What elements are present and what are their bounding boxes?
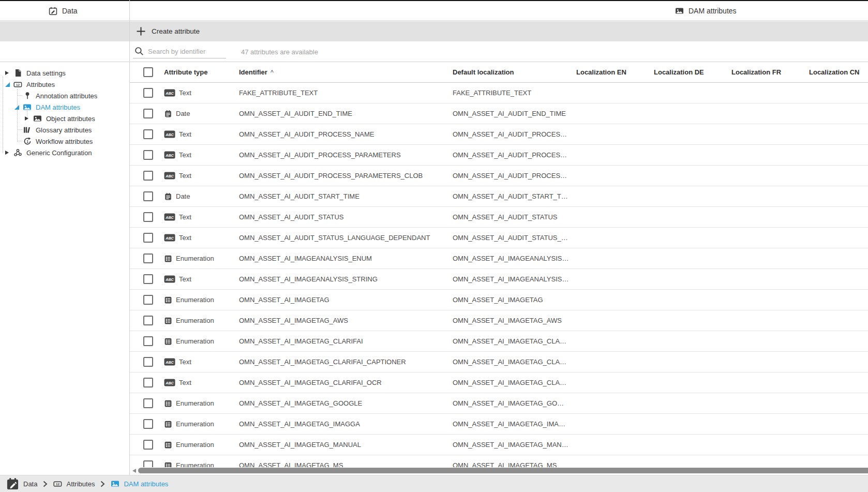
table-row[interactable]: EnumerationOMN_ASSET_AI_IMAGETAG_MSOMN_A… <box>130 455 868 467</box>
table-row[interactable]: ABCTextOMN_ASSET_AI_AUDIT_PROCESS_NAMEOM… <box>130 124 868 145</box>
row-checkbox[interactable] <box>143 150 153 160</box>
image-icon <box>675 7 684 15</box>
column-header-localization-fr[interactable]: Localization FR <box>731 68 809 76</box>
attribute-type-label: Text <box>179 275 191 283</box>
row-checkbox[interactable] <box>143 357 153 367</box>
row-checkbox[interactable] <box>143 212 153 222</box>
table-row[interactable]: ABCTextOMN_ASSET_AI_AUDIT_PROCESS_PARAME… <box>130 166 868 186</box>
module-tab-data[interactable]: Data <box>49 1 78 21</box>
row-checkbox[interactable] <box>143 460 153 467</box>
table-row[interactable]: ABCTextOMN_ASSET_AI_AUDIT_STATUS_LANGUAG… <box>130 228 868 248</box>
column-header-localization-de[interactable]: Localization DE <box>654 68 731 76</box>
attribute-type-label: Date <box>176 192 190 200</box>
identifier-cell: OMN_ASSET_AI_IMAGETAG_MS <box>239 461 453 467</box>
column-header-label: Localization EN <box>576 68 626 76</box>
row-checkbox[interactable] <box>143 254 153 263</box>
tree-expander-collapsed-icon[interactable] <box>5 71 10 76</box>
row-checkbox[interactable] <box>143 295 153 305</box>
breadcrumb: Data12AttributesDAM attributes <box>0 475 868 492</box>
chevron-right-icon <box>43 481 48 487</box>
attribute-type-cell: Enumeration <box>164 461 239 468</box>
abc-badge-icon: ABC <box>164 358 175 366</box>
toolbar <box>0 21 868 41</box>
row-checkbox[interactable] <box>143 129 153 139</box>
default-localization-cell: FAKE_ATTRIBUTE_TEXT <box>453 89 576 97</box>
tree-expander-expanded-icon[interactable] <box>5 82 10 87</box>
column-header-identifier[interactable]: Identifier^ <box>239 68 453 76</box>
tree-expander-collapsed-icon[interactable] <box>5 151 10 155</box>
default-localization-cell: OMN_ASSET_AI_AUDIT_PROCESS_PARAMETERS <box>453 151 576 159</box>
create-attribute-button[interactable]: Create attribute <box>136 21 200 41</box>
row-checkbox-cell <box>130 295 164 305</box>
table-row[interactable]: EnumerationOMN_ASSET_AI_IMAGETAGOMN_ASSE… <box>130 290 868 310</box>
table-row[interactable]: ABCTextOMN_ASSET_AI_IMAGEANALYSIS_STRING… <box>130 269 868 290</box>
row-checkbox-cell <box>130 336 164 346</box>
table-row[interactable]: ABCTextOMN_ASSET_AI_IMAGETAG_CLARIFAI_CA… <box>130 352 868 372</box>
attribute-type-cell: Enumeration <box>164 255 239 263</box>
default-localization-cell: OMN_ASSET_AI_AUDIT_START_TIME <box>453 192 576 200</box>
search-input[interactable] <box>148 48 226 55</box>
row-checkbox[interactable] <box>143 88 153 98</box>
header-checkbox-cell <box>130 67 164 77</box>
row-checkbox[interactable] <box>143 233 153 243</box>
sidebar-item-workflow-attributes[interactable]: 1Workflow attributes <box>0 136 129 147</box>
table-row[interactable]: EnumerationOMN_ASSET_AI_IMAGEANALYSIS_EN… <box>130 248 868 269</box>
table-row[interactable]: DateOMN_ASSET_AI_AUDIT_START_TIMEOMN_ASS… <box>130 186 868 207</box>
row-checkbox[interactable] <box>143 378 153 387</box>
default-localization-cell: OMN_ASSET_AI_AUDIT_PROCESS_PARAMETERS_CL… <box>453 172 576 180</box>
calendar-edit-filled-icon <box>6 478 19 490</box>
sidebar-item-generic-configuration[interactable]: Generic Configuration <box>0 147 129 158</box>
breadcrumb-item-data[interactable]: Data <box>6 478 37 490</box>
sidebar-item-label: Workflow attributes <box>36 138 93 145</box>
row-checkbox[interactable] <box>143 398 153 408</box>
row-checkbox[interactable] <box>143 316 153 325</box>
table-row[interactable]: ABCTextOMN_ASSET_AI_IMAGETAG_CLARIFAI_OC… <box>130 372 868 393</box>
calendar-edit-icon <box>49 7 57 16</box>
row-checkbox[interactable] <box>143 440 153 450</box>
breadcrumb-item-attributes[interactable]: 12Attributes <box>53 480 95 488</box>
table-row[interactable]: ABCTextOMN_ASSET_AI_AUDIT_STATUSOMN_ASSE… <box>130 207 868 228</box>
sidebar-item-dam-attributes[interactable]: DAM attributes <box>0 101 129 113</box>
attribute-type-label: Text <box>179 151 191 159</box>
row-checkbox[interactable] <box>143 191 153 201</box>
row-checkbox-cell <box>130 109 164 118</box>
select-all-checkbox[interactable] <box>143 67 153 77</box>
column-header-attribute-type[interactable]: Attribute type <box>164 68 239 76</box>
table-row[interactable]: EnumerationOMN_ASSET_AI_IMAGETAG_AWSOMN_… <box>130 310 868 331</box>
table-row[interactable]: EnumerationOMN_ASSET_AI_IMAGETAG_IMAGGAO… <box>130 414 868 435</box>
table-row[interactable]: ABCTextFAKE_ATTRIBUTE_TEXTFAKE_ATTRIBUTE… <box>130 83 868 103</box>
column-header-default-localization[interactable]: Default localization <box>453 68 576 76</box>
row-checkbox[interactable] <box>143 274 153 284</box>
row-checkbox[interactable] <box>143 419 153 429</box>
row-checkbox-cell <box>130 378 164 387</box>
breadcrumb-item-dam-attributes[interactable]: DAM attributes <box>111 480 168 488</box>
sidebar-item-attributes[interactable]: 12Attributes <box>0 79 129 90</box>
table-row[interactable]: EnumerationOMN_ASSET_AI_IMAGETAG_CLARIFA… <box>130 331 868 352</box>
attribute-type-label: Text <box>179 213 191 221</box>
attribute-type-label: Enumeration <box>176 441 214 449</box>
row-checkbox[interactable] <box>143 336 153 346</box>
column-header-label: Default localization <box>453 68 514 76</box>
table-row[interactable]: EnumerationOMN_ASSET_AI_IMAGETAG_GOOGLEO… <box>130 393 868 414</box>
row-checkbox[interactable] <box>143 171 153 181</box>
tree-expander-expanded-icon[interactable] <box>14 105 19 110</box>
table-row[interactable]: DateOMN_ASSET_AI_AUDIT_END_TIMEOMN_ASSET… <box>130 103 868 124</box>
sidebar-item-annotation-attributes[interactable]: Annotation attributes <box>0 90 129 101</box>
column-header-label: Attribute type <box>164 68 208 76</box>
sidebar-item-object-attributes[interactable]: Object attributes <box>0 113 129 124</box>
column-header-localization-cn[interactable]: Localization CN <box>809 68 868 76</box>
tree-expander-collapsed-icon[interactable] <box>25 116 29 121</box>
table-row[interactable]: EnumerationOMN_ASSET_AI_IMAGETAG_MANUALO… <box>130 435 868 455</box>
default-localization-cell: OMN_ASSET_AI_AUDIT_STATUS <box>453 213 576 221</box>
row-checkbox-cell <box>130 398 164 408</box>
scrollbar-left-arrow[interactable] <box>132 469 136 473</box>
sidebar-item-data-settings[interactable]: Data settings <box>0 67 129 79</box>
expander-spacer <box>14 94 19 98</box>
svg-text:ABC: ABC <box>165 174 174 178</box>
column-header-localization-en[interactable]: Localization EN <box>576 68 654 76</box>
row-checkbox[interactable] <box>143 109 153 118</box>
scrollbar-thumb[interactable] <box>138 468 868 473</box>
sidebar-item-glossary-attributes[interactable]: Glossary attributes <box>0 124 129 136</box>
table-row[interactable]: ABCTextOMN_ASSET_AI_AUDIT_PROCESS_PARAME… <box>130 145 868 166</box>
top-accent-line <box>0 0 868 1</box>
